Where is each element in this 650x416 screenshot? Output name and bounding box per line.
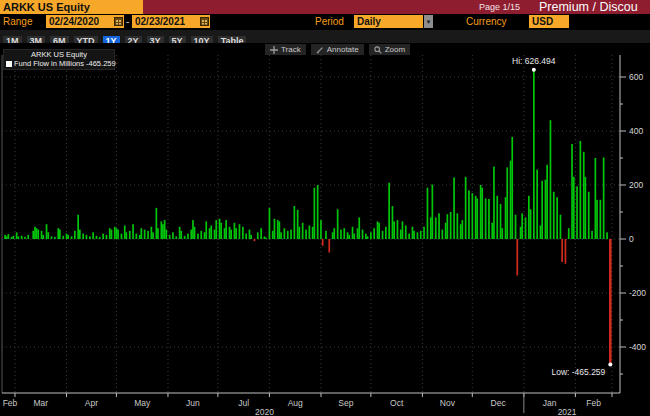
fund-flow-bar: [264, 236, 266, 239]
chart-plot-area[interactable]: 6004002000-200-400FebMarAprMayJunJulAugS…: [0, 43, 650, 416]
chevron-down-icon[interactable]: ▾: [424, 15, 433, 28]
fund-flow-bar: [362, 230, 364, 240]
x-month-label: May: [134, 398, 151, 408]
fund-flow-bar: [536, 170, 538, 239]
fund-flow-bar: [245, 234, 247, 239]
fund-flow-bar: [102, 234, 104, 239]
x-month-label: Jul: [238, 398, 249, 408]
fund-flow-bar: [510, 161, 512, 239]
fund-flow-bar: [36, 228, 38, 239]
fund-flow-bar: [491, 223, 493, 239]
page-indicator: Page 1/15: [479, 2, 520, 12]
fund-flow-bar: [274, 219, 276, 239]
fund-flow-bar: [400, 230, 402, 240]
fund-flow-bar: [126, 232, 128, 239]
legend-checkbox[interactable]: [6, 61, 12, 67]
controls-row: Range 02/24/2020 - 02/23/2021 Period Dai…: [0, 14, 650, 30]
fund-flow-bar: [545, 180, 547, 239]
legend-series-label: Fund Flow in Millions: [14, 60, 84, 69]
fund-flow-bar: [96, 236, 98, 239]
fund-flow-bar: [588, 192, 590, 239]
zoom-magnifier-icon: [374, 46, 382, 54]
fund-flow-bar: [204, 232, 206, 239]
annotate-button[interactable]: Annotate: [311, 44, 364, 55]
fund-flow-bar: [200, 231, 202, 239]
fund-flow-bar: [442, 230, 444, 240]
fund-flow-bar: [435, 217, 437, 239]
fund-flow-bar: [190, 230, 192, 240]
fund-flow-bar: [114, 227, 116, 239]
fund-flow-bar: [37, 230, 39, 240]
fund-flow-bar: [417, 232, 419, 239]
fund-flow-bar: [24, 237, 26, 239]
fund-flow-bar: [172, 232, 174, 239]
fund-flow-bar: [121, 234, 123, 239]
period-select[interactable]: Daily: [354, 15, 423, 28]
fund-flow-bar: [606, 232, 608, 239]
fund-flow-bar: [553, 192, 555, 239]
fund-flow-bar: [328, 239, 330, 253]
zoom-button[interactable]: Zoom: [369, 44, 410, 55]
fund-flow-bar: [109, 228, 111, 239]
fund-flow-bar: [480, 185, 482, 239]
fund-flow-bar: [277, 220, 279, 239]
fund-flow-bar: [348, 235, 350, 239]
fund-flow-bar: [305, 230, 307, 240]
fund-flow-bar: [453, 177, 455, 239]
x-month-label: Jun: [186, 398, 200, 408]
fund-flow-bar: [287, 231, 289, 239]
fund-flow-bar: [77, 215, 79, 239]
x-year-label: 2021: [558, 407, 577, 416]
x-month-label: Oct: [390, 398, 404, 408]
fund-flow-bar: [11, 237, 13, 239]
fund-flow-bar: [332, 232, 334, 239]
track-button-label: Track: [281, 45, 301, 54]
fund-flow-bar: [462, 220, 464, 239]
fund-flow-bar: [609, 239, 612, 365]
fund-flow-bar: [8, 234, 10, 239]
fund-flow-bar: [476, 199, 478, 240]
fund-flow-bar: [129, 231, 131, 239]
calendar-icon[interactable]: [200, 17, 209, 26]
fund-flow-bar: [427, 188, 429, 239]
fund-flow-bar: [34, 227, 36, 239]
fund-flow-bar: [357, 228, 359, 239]
fund-flow-bar: [79, 230, 81, 240]
security-ticker-field[interactable]: ARKK US Equity: [0, 0, 143, 14]
title-bar: ARKK US Equity Page 1/15 Premium / Disco…: [0, 0, 650, 14]
fund-flow-bar: [141, 228, 143, 239]
fund-flow-bar: [51, 236, 53, 239]
fund-flow-bar: [580, 141, 582, 239]
legend-series-row: Fund Flow in Millions -465.259: [6, 60, 112, 69]
calendar-icon[interactable]: [114, 17, 123, 26]
range-label: Range: [3, 16, 32, 27]
fund-flow-bar: [500, 204, 502, 239]
fund-flow-bar: [412, 227, 414, 239]
fund-flow-bar: [516, 239, 518, 276]
fund-flow-bar: [187, 234, 189, 239]
currency-select[interactable]: USD: [529, 15, 569, 28]
y-tick-label: 400: [629, 126, 643, 136]
fund-flow-bar: [358, 217, 360, 239]
track-button[interactable]: Track: [265, 44, 306, 55]
fund-flow-bar: [541, 181, 543, 239]
fund-flow-bar: [488, 199, 490, 239]
fund-flow-bar: [481, 188, 483, 239]
legend-series-value: -465.259: [86, 60, 116, 69]
fund-flow-bar: [192, 220, 194, 239]
range-end-input[interactable]: 02/23/2021: [132, 15, 210, 28]
fund-flow-bar: [67, 235, 69, 239]
fund-flow-bar: [583, 152, 585, 239]
fund-flow-bar: [530, 209, 532, 239]
range-start-input[interactable]: 02/24/2020: [46, 15, 124, 28]
fund-flow-bar: [260, 228, 262, 239]
fund-flow-bar: [320, 220, 322, 239]
fund-flow-bar: [297, 210, 299, 239]
range-separator: -: [126, 16, 129, 27]
fund-flow-bar: [210, 226, 212, 240]
fund-flow-bar: [377, 221, 379, 239]
y-tick-label: 0: [629, 234, 634, 244]
fund-flow-bar: [585, 177, 587, 239]
fund-flow-bar: [151, 227, 153, 239]
annotate-button-label: Annotate: [327, 45, 359, 54]
